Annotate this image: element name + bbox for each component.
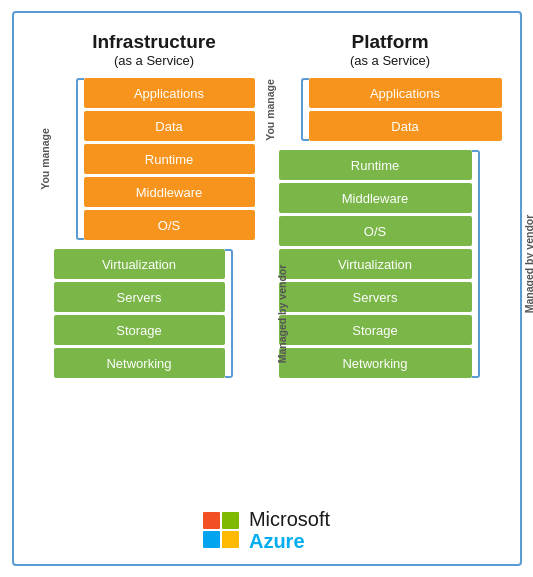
footer: Microsoft Azure <box>203 508 330 552</box>
main-layout: Infrastructure (as a Service) You manage… <box>32 31 502 494</box>
paas-subtitle: (as a Service) <box>279 53 502 68</box>
paas-you-manage-section: You manage Applications Data <box>279 78 502 141</box>
iaas-subtitle: (as a Service) <box>54 53 255 68</box>
paas-managed-label-area: Managed by vendor <box>480 150 502 378</box>
iaas-tile-os: O/S <box>84 210 255 240</box>
iaas-tile-virt: Virtualization <box>54 249 225 279</box>
paas-you-manage-label: You manage <box>264 79 276 141</box>
paas-tile-servers: Servers <box>279 282 472 312</box>
iaas-tile-applications: Applications <box>84 78 255 108</box>
iaas-managed-label-area: Managed by vendor <box>233 249 255 378</box>
iaas-header: Infrastructure (as a Service) <box>54 31 255 68</box>
iaas-tile-runtime: Runtime <box>84 144 255 174</box>
iaas-title: Infrastructure <box>54 31 255 53</box>
iaas-managed-tiles: Virtualization Servers Storage Networkin… <box>54 249 225 378</box>
paas-tile-networking: Networking <box>279 348 472 378</box>
outer-card: Infrastructure (as a Service) You manage… <box>12 11 522 566</box>
paas-managed-tiles: Runtime Middleware O/S Virtualization Se… <box>279 150 472 378</box>
iaas-col-content: Infrastructure (as a Service) You manage… <box>54 31 255 494</box>
logo-red <box>203 512 220 529</box>
paas-tile-os: O/S <box>279 216 472 246</box>
paas-tile-middleware: Middleware <box>279 183 472 213</box>
iaas-tile-storage: Storage <box>54 315 225 345</box>
microsoft-logo <box>203 512 239 548</box>
iaas-tile-servers: Servers <box>54 282 225 312</box>
paas-you-manage-brace <box>301 78 309 141</box>
iaas-managed-label: Managed by vendor <box>276 264 288 363</box>
iaas-tile-data: Data <box>84 111 255 141</box>
brand-azure: Azure <box>249 530 330 552</box>
paas-column: Platform (as a Service) You manage Appli… <box>279 31 502 494</box>
iaas-you-manage-brace <box>76 78 84 240</box>
logo-yellow <box>222 531 239 548</box>
paas-tile-virt: Virtualization <box>279 249 472 279</box>
paas-managed-label: Managed by vendor <box>523 215 533 314</box>
iaas-you-manage-annot <box>32 31 54 494</box>
paas-tile-runtime: Runtime <box>279 150 472 180</box>
iaas-gap <box>54 243 255 246</box>
iaas-managed-section: Virtualization Servers Storage Networkin… <box>54 249 255 378</box>
iaas-managed-brace <box>225 249 233 378</box>
paas-col-content: Platform (as a Service) You manage Appli… <box>279 31 502 494</box>
iaas-you-manage-section: You manage Applications Data Runtime Mid… <box>54 78 255 240</box>
paas-you-manage-tiles: Applications Data <box>309 78 502 141</box>
paas-title: Platform <box>279 31 502 53</box>
paas-managed-section: Runtime Middleware O/S Virtualization Se… <box>279 150 502 378</box>
paas-tile-storage: Storage <box>279 315 472 345</box>
logo-green <box>222 512 239 529</box>
iaas-column: Infrastructure (as a Service) You manage… <box>32 31 255 494</box>
iaas-you-manage-label: You manage <box>39 128 51 190</box>
paas-header: Platform (as a Service) <box>279 31 502 68</box>
iaas-tile-networking: Networking <box>54 348 225 378</box>
logo-blue <box>203 531 220 548</box>
paas-tile-data: Data <box>309 111 502 141</box>
paas-tile-applications: Applications <box>309 78 502 108</box>
iaas-you-manage-brace-area: You manage <box>54 78 76 240</box>
paas-managed-brace <box>472 150 480 378</box>
iaas-you-manage-tiles: Applications Data Runtime Middleware O/S <box>84 78 255 240</box>
paas-gap <box>279 144 502 147</box>
paas-you-manage-brace-area: You manage <box>279 78 301 141</box>
iaas-tile-middleware: Middleware <box>84 177 255 207</box>
brand-text: Microsoft Azure <box>249 508 330 552</box>
brand-microsoft: Microsoft <box>249 508 330 530</box>
